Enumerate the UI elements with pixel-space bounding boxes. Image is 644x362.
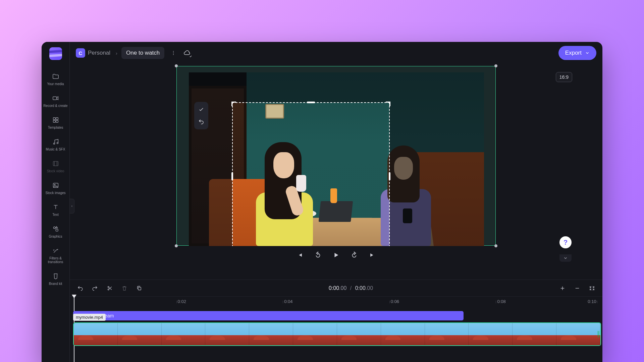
timecode-display: 0:00.00 / 0:00.00 bbox=[149, 285, 553, 291]
sidebar-item-brand-kit[interactable]: Brand kit bbox=[42, 268, 70, 290]
timeline-tracks[interactable]: Dare to dream mymovie.mp4 ║ ║ bbox=[70, 308, 602, 362]
sidebar-item-your-media[interactable]: Your media bbox=[42, 69, 70, 90]
ruler-tick: 0:04 bbox=[284, 299, 292, 304]
svg-point-14 bbox=[173, 54, 174, 55]
text-icon bbox=[52, 203, 59, 211]
crop-toolbar bbox=[194, 102, 208, 129]
video-clip[interactable]: ║ ║ bbox=[73, 322, 601, 346]
skip-start-button[interactable] bbox=[295, 250, 305, 260]
svg-point-12 bbox=[173, 51, 174, 52]
text-clip[interactable]: Dare to dream bbox=[73, 311, 464, 320]
svg-point-5 bbox=[53, 143, 55, 144]
project-title[interactable]: One to watch bbox=[121, 47, 164, 59]
help-button[interactable]: ? bbox=[559, 236, 572, 248]
svg-point-9 bbox=[54, 184, 55, 185]
wand-icon bbox=[52, 247, 59, 254]
canvas-handle[interactable] bbox=[175, 244, 178, 247]
play-button[interactable] bbox=[331, 250, 341, 260]
sidebar-label: Stock video bbox=[47, 169, 64, 173]
current-frames: .00 bbox=[339, 285, 346, 291]
chevron-down-icon bbox=[585, 51, 590, 55]
aspect-ratio-badge[interactable]: 16:9 bbox=[556, 72, 572, 82]
zoom-fit-button[interactable] bbox=[587, 283, 597, 293]
ruler-tick: 0:08 bbox=[497, 299, 505, 304]
folder-icon bbox=[52, 73, 59, 80]
svg-point-15 bbox=[108, 286, 109, 288]
sidebar-label: Brand kit bbox=[49, 282, 62, 286]
sidebar-label: Text bbox=[52, 213, 58, 217]
sidebar-label: Graphics bbox=[49, 235, 62, 238]
music-icon bbox=[52, 138, 59, 145]
workspace-name[interactable]: Personal bbox=[88, 50, 110, 56]
zoom-controls bbox=[557, 283, 597, 293]
ruler-tick: 0:02 bbox=[178, 299, 186, 304]
crop-handle-tl[interactable] bbox=[231, 102, 236, 106]
sidebar-item-graphics[interactable]: Graphics bbox=[42, 221, 70, 243]
main-area: C Personal › One to watch Export 16:9 ? bbox=[70, 42, 602, 362]
app-window: Your media Record & create Templates Mus… bbox=[42, 42, 602, 362]
zoom-out-button[interactable] bbox=[572, 283, 582, 293]
workspace-badge[interactable]: C bbox=[76, 48, 85, 58]
forward-button[interactable] bbox=[350, 250, 359, 260]
clip-tooltip: mymovie.mp4 bbox=[73, 314, 106, 321]
svg-rect-3 bbox=[53, 120, 55, 122]
svg-rect-17 bbox=[138, 287, 141, 290]
crop-handle-right[interactable] bbox=[389, 172, 390, 180]
crop-confirm-button[interactable] bbox=[196, 104, 207, 115]
clip-trim-right[interactable]: ║ bbox=[596, 323, 600, 345]
time-separator: / bbox=[350, 285, 352, 291]
svg-rect-1 bbox=[53, 118, 55, 120]
timeline-toolbar: 0:00.00 / 0:00.00 bbox=[70, 280, 602, 296]
delete-button[interactable] bbox=[119, 283, 129, 293]
canvas-wrap: 16:9 ? bbox=[176, 66, 496, 246]
sidebar-item-stock-images[interactable]: Stock images bbox=[42, 178, 70, 199]
crop-handle-tr[interactable] bbox=[386, 102, 390, 106]
sidebar-item-text[interactable]: Text bbox=[42, 199, 70, 221]
timeline-ruler[interactable]: 0:02 0:04 0:06 0:08 0:10 bbox=[70, 296, 602, 308]
rewind-button[interactable] bbox=[313, 250, 323, 260]
sidebar-item-music-sfx[interactable]: Music & SFX bbox=[42, 134, 70, 156]
skip-end-button[interactable] bbox=[368, 250, 377, 260]
svg-rect-7 bbox=[53, 162, 58, 166]
duration-time: 0:00 bbox=[355, 285, 366, 291]
svg-point-16 bbox=[108, 289, 109, 290]
crop-selection[interactable] bbox=[232, 103, 389, 246]
top-bar: C Personal › One to watch Export bbox=[70, 42, 602, 64]
sync-status-icon[interactable] bbox=[182, 48, 192, 58]
preview-stage: 16:9 ? bbox=[70, 64, 602, 280]
sidebar-item-templates[interactable]: Templates bbox=[42, 112, 70, 134]
export-label: Export bbox=[565, 50, 582, 56]
crop-handle-top[interactable] bbox=[307, 102, 315, 103]
project-menu-button[interactable] bbox=[169, 49, 178, 57]
transport-controls bbox=[295, 250, 377, 260]
crop-revert-button[interactable] bbox=[196, 116, 207, 127]
video-frame bbox=[189, 72, 484, 246]
zoom-in-button[interactable] bbox=[557, 283, 568, 293]
crop-handle-left[interactable] bbox=[231, 172, 233, 180]
svg-rect-11 bbox=[56, 229, 58, 231]
redo-button[interactable] bbox=[90, 283, 100, 293]
sidebar-label: Record & create bbox=[43, 104, 67, 108]
svg-point-10 bbox=[53, 227, 55, 229]
duplicate-button[interactable] bbox=[134, 283, 144, 293]
undo-button[interactable] bbox=[75, 283, 85, 293]
sidebar-label: Stock images bbox=[45, 191, 65, 195]
split-button[interactable] bbox=[105, 283, 115, 293]
canvas-handle[interactable] bbox=[175, 64, 178, 67]
shapes-icon bbox=[52, 225, 59, 233]
preview-canvas[interactable] bbox=[176, 66, 496, 246]
current-time: 0:00 bbox=[329, 285, 339, 291]
image-icon bbox=[52, 182, 59, 189]
svg-point-13 bbox=[173, 53, 174, 53]
canvas-handle[interactable] bbox=[494, 64, 497, 67]
ruler-tick: 0:10 bbox=[588, 299, 596, 304]
sidebar-item-filters-transitions[interactable]: Filters & transitions bbox=[42, 243, 70, 268]
sidebar-label: Music & SFX bbox=[46, 147, 65, 151]
brandkit-icon bbox=[52, 273, 59, 280]
panel-expand-toggle[interactable] bbox=[559, 254, 572, 262]
sidebar-item-record-create[interactable]: Record & create bbox=[42, 90, 70, 112]
sidebar-label: Templates bbox=[48, 126, 63, 129]
sidebar-item-stock-video[interactable]: Stock video bbox=[42, 156, 70, 178]
export-button[interactable]: Export bbox=[558, 46, 596, 60]
canvas-handle[interactable] bbox=[494, 244, 497, 247]
